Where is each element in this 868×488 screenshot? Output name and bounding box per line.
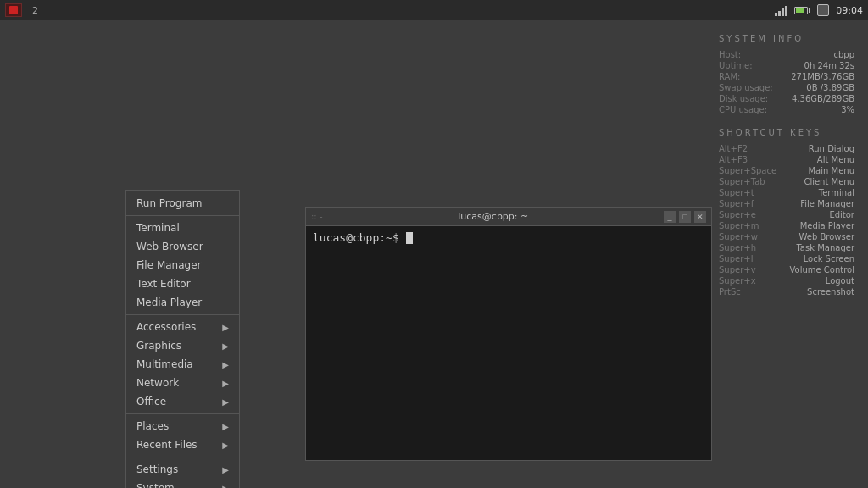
menu-system[interactable]: System ▶ <box>126 479 239 488</box>
menu-places[interactable]: Places ▶ <box>126 417 239 435</box>
sc-supert-action: Terminal <box>819 188 854 197</box>
menu-file-manager-label: File Manager <box>136 259 202 271</box>
sysinfo-cpu-val: 3% <box>841 105 854 114</box>
sc-superx-action: Logout <box>826 276 854 286</box>
menu-accessories-arrow: ▶ <box>222 323 229 332</box>
menu-separator-3 <box>126 413 239 414</box>
shortcuts-title: SHORTCUT KEYS <box>719 128 854 137</box>
menu-recent-files[interactable]: Recent Files ▶ <box>126 435 239 454</box>
battery-icon <box>794 7 810 14</box>
menu-terminal[interactable]: Terminal <box>126 219 239 237</box>
menu-recent-files-arrow: ▶ <box>222 441 229 450</box>
menu-multimedia-arrow: ▶ <box>222 360 229 369</box>
menu-places-arrow: ▶ <box>222 422 229 431</box>
menu-office-arrow: ▶ <box>222 397 229 407</box>
battery-tip <box>809 8 810 13</box>
menu-separator-4 <box>126 457 239 458</box>
menu-accessories[interactable]: Accessories ▶ <box>126 318 239 336</box>
sc-superh-key: Super+h <box>719 243 756 252</box>
menu-multimedia[interactable]: Multimedia ▶ <box>126 355 239 374</box>
sc-superm: Super+m Media Player <box>719 221 854 230</box>
sysinfo-disk-label: Disk usage: <box>719 94 768 103</box>
sc-prtsc-key: PrtSc <box>719 287 741 297</box>
menu-office-label: Office <box>136 396 166 408</box>
workspace2-label[interactable]: 2 <box>32 5 38 16</box>
menu-media-player-label: Media Player <box>136 297 202 308</box>
sysinfo-cpu-label: CPU usage: <box>719 105 767 114</box>
sysinfo-uptime-label: Uptime: <box>719 61 753 70</box>
menu-office[interactable]: Office ▶ <box>126 392 239 411</box>
sysinfo-ram-label: RAM: <box>719 72 740 81</box>
sc-superw: Super+w Web Browser <box>719 232 854 241</box>
menu-separator-2 <box>126 314 239 315</box>
context-menu: Run Program Terminal Web Browser File Ma… <box>125 190 240 488</box>
signal-bar-2 <box>778 11 781 16</box>
sc-superm-action: Media Player <box>800 221 854 230</box>
sc-superf: Super+f File Manager <box>719 199 854 208</box>
terminal-close-button[interactable]: ✕ <box>694 211 706 223</box>
workspace1-button[interactable] <box>5 3 22 17</box>
menu-media-player[interactable]: Media Player <box>126 293 239 312</box>
menu-web-browser[interactable]: Web Browser <box>126 237 239 256</box>
terminal-prompt: lucas@cbpp:~$ <box>313 231 399 244</box>
sc-prtsc: PrtSc Screenshot <box>719 287 854 297</box>
menu-text-editor[interactable]: Text Editor <box>126 274 239 293</box>
menu-web-browser-label: Web Browser <box>136 241 203 252</box>
sc-superv-key: Super+v <box>719 265 756 274</box>
menu-file-manager[interactable]: File Manager <box>126 256 239 274</box>
sc-supert: Super+t Terminal <box>719 188 854 197</box>
sc-superh: Super+h Task Manager <box>719 243 854 252</box>
menu-multimedia-label: Multimedia <box>136 358 193 370</box>
menu-run-program[interactable]: Run Program <box>126 194 239 213</box>
sc-superf-action: File Manager <box>800 199 854 208</box>
menu-graphics-label: Graphics <box>136 340 181 352</box>
sc-superx: Super+x Logout <box>719 276 854 286</box>
menu-system-label: System <box>136 482 175 488</box>
sc-superl-key: Super+l <box>719 254 753 263</box>
sc-altf3-action: Alt Menu <box>817 155 854 164</box>
menu-text-editor-label: Text Editor <box>136 278 191 290</box>
sc-superf-key: Super+f <box>719 199 754 208</box>
sysinfo-swap-label: Swap usage: <box>719 83 773 92</box>
sc-superl-action: Lock Screen <box>804 254 854 263</box>
sysinfo-swap-val: 0B /3.89GB <box>806 83 854 92</box>
sc-altf3: Alt+F3 Alt Menu <box>719 155 854 164</box>
sc-superspace-key: Super+Space <box>719 166 776 175</box>
menu-settings-arrow: ▶ <box>222 465 229 474</box>
terminal-body[interactable]: lucas@cbpp:~$ <box>306 226 711 249</box>
menu-graphics-arrow: ▶ <box>222 341 229 351</box>
sc-superspace: Super+Space Main Menu <box>719 166 854 175</box>
sc-supertab: Super+Tab Client Menu <box>719 177 854 186</box>
sc-superl: Super+l Lock Screen <box>719 254 854 263</box>
sc-supert-key: Super+t <box>719 188 754 197</box>
terminal-title: lucas@cbpp: ~ <box>323 211 664 222</box>
sc-altf2-action: Run Dialog <box>809 144 854 153</box>
battery-body <box>794 7 808 14</box>
menu-graphics[interactable]: Graphics ▶ <box>126 336 239 355</box>
sc-superw-action: Web Browser <box>798 232 854 241</box>
sc-supere-key: Super+e <box>719 210 756 219</box>
menu-settings[interactable]: Settings ▶ <box>126 460 239 479</box>
sysinfo-host-val: cbpp <box>833 50 854 59</box>
signal-bar-4 <box>785 6 787 16</box>
sc-supere: Super+e Editor <box>719 210 854 219</box>
terminal-window: :: - lucas@cbpp: ~ _ □ ✕ lucas@cbpp:~$ <box>305 207 712 461</box>
menu-terminal-label: Terminal <box>136 222 180 234</box>
terminal-minimize-button[interactable]: _ <box>664 211 676 223</box>
terminal-controls: _ □ ✕ <box>664 211 706 223</box>
sc-altf2-key: Alt+F2 <box>719 144 748 153</box>
menu-system-arrow: ▶ <box>222 484 229 489</box>
menu-run-program-label: Run Program <box>136 197 202 209</box>
sysinfo-ram: RAM: 271MB/3.76GB <box>719 72 854 81</box>
menu-places-label: Places <box>136 420 169 432</box>
menu-recent-files-label: Recent Files <box>136 439 198 451</box>
sysinfo-swap: Swap usage: 0B /3.89GB <box>719 83 854 92</box>
sc-superv: Super+v Volume Control <box>719 265 854 274</box>
menu-network[interactable]: Network ▶ <box>126 374 239 392</box>
sysinfo-disk-val: 4.36GB/289GB <box>792 94 854 103</box>
sysinfo-uptime-val: 0h 24m 32s <box>804 61 854 70</box>
sysinfo-uptime: Uptime: 0h 24m 32s <box>719 61 854 70</box>
sysinfo-host-label: Host: <box>719 50 741 59</box>
hdd-icon <box>817 4 829 16</box>
terminal-maximize-button[interactable]: □ <box>679 211 691 223</box>
